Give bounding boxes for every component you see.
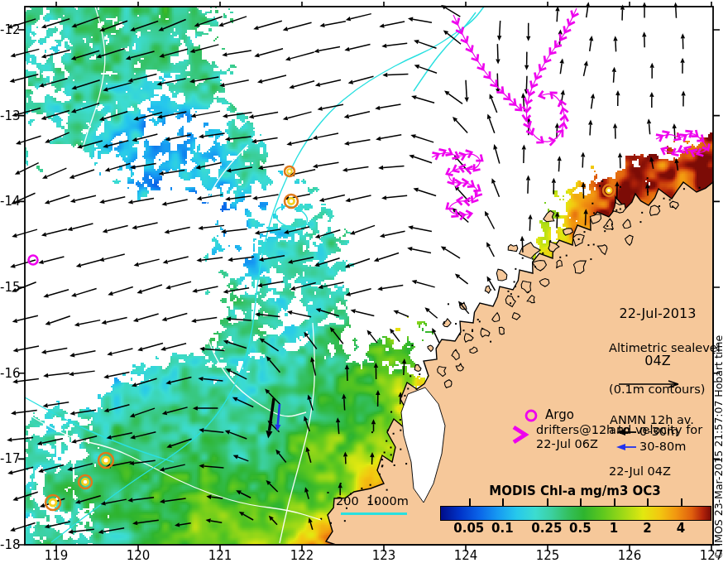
x-tick-label: 119 [38,548,74,563]
colorbar-tick-mark [502,498,504,506]
y-tick-label: -14 [0,194,17,209]
x-tick-label: 126 [611,548,648,563]
colorbar-tick-mark [469,498,471,506]
imos-ocean-chlorophyll-map: 22-Jul-2013 04Z Altimetric sealevel (0.1… [0,0,728,563]
map-plot-canvas [0,0,728,563]
colorbar-tick-label: 4 [677,521,685,536]
y-tick-label: -12 [0,22,17,37]
x-tick-label: 121 [202,548,238,563]
x-tick-label: 127 [693,548,728,563]
y-tick-label: -13 [0,108,17,123]
x-tick-label: 122 [284,548,320,563]
x-tick-label: 124 [448,548,484,563]
y-tick-label: -16 [0,366,17,381]
colorbar-tick-mark [681,498,682,506]
colorbar-tick-label: 0.5 [569,521,592,536]
colorbar-tick-label: 0.05 [453,521,484,536]
x-tick-label: 125 [529,548,566,563]
colorbar-tick-label: 1 [610,521,618,536]
colorbar-tick-mark [547,498,548,506]
y-tick-label: -17 [0,451,17,466]
colorbar-tick-mark [647,498,649,506]
y-tick-label: -15 [0,280,17,295]
y-tick-label: -18 [0,537,17,552]
colorbar-tick-mark [614,498,615,506]
colorbar-tick-label: 2 [643,521,651,536]
x-tick-label: 120 [120,548,156,563]
colorbar-tick-label: 0.25 [531,521,562,536]
colorbar-tick-label: 0.1 [491,521,514,536]
x-tick-label: 123 [366,548,402,563]
colorbar-tick-mark [580,498,582,506]
